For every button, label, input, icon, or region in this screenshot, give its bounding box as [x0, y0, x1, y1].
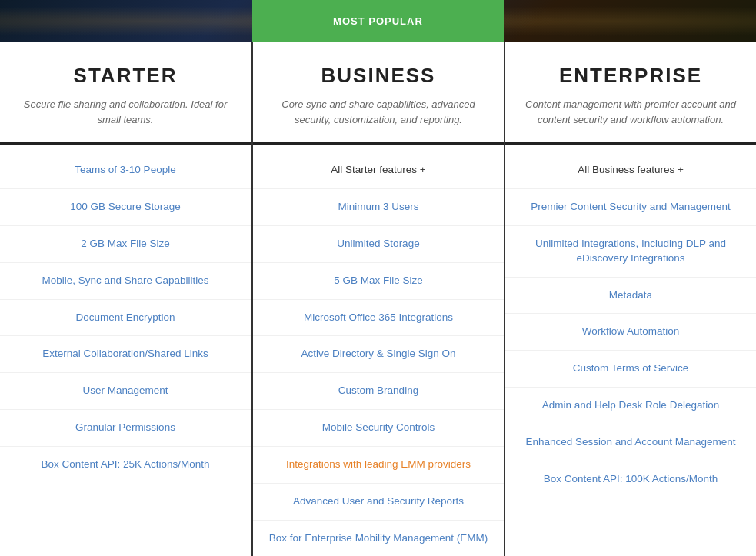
list-item: Metadata	[505, 278, 756, 315]
starter-plan: STARTER Secure file sharing and collabor…	[0, 42, 251, 556]
list-item: User Management	[0, 373, 251, 410]
starter-plan-description: Secure file sharing and collaboration. I…	[15, 97, 235, 127]
list-item: Mobile, Sync and Share Capabilities	[0, 263, 251, 300]
list-item: 2 GB Max File Size	[0, 226, 251, 263]
list-item: Integrations with leading EMM providers	[253, 447, 504, 484]
list-item: Microsoft Office 365 Integrations	[253, 300, 504, 337]
list-item: Box Content API: 25K Actions/Month	[0, 447, 251, 483]
list-item: Admin and Help Desk Role Delegation	[505, 388, 756, 424]
list-item: All Starter features +	[253, 152, 504, 189]
plus-icon: +	[678, 164, 684, 175]
business-plan: BUSINESS Core sync and share capabilitie…	[251, 42, 505, 556]
list-item: Mobile Security Controls	[253, 410, 504, 447]
pricing-table: STARTER Secure file sharing and collabor…	[0, 42, 756, 556]
list-item: External Collaboration/Shared Links	[0, 336, 251, 373]
enterprise-plan: ENTERPRISE Content management with premi…	[505, 42, 756, 556]
business-plan-description: Core sync and share capabilities, advanc…	[268, 97, 488, 127]
list-item: Premier Content Security and Management	[505, 189, 756, 226]
most-popular-badge: MOST POPULAR	[252, 0, 505, 42]
list-item: Unlimited Integrations, Including DLP an…	[505, 226, 756, 278]
list-item: Active Directory & Single Sign On	[253, 336, 504, 373]
hero-banner: MOST POPULAR	[0, 0, 756, 42]
enterprise-plan-description: Content management with premier account …	[521, 97, 741, 127]
starter-plan-name: STARTER	[15, 64, 235, 88]
list-item: Custom Branding	[253, 373, 504, 410]
list-item: Custom Terms of Service	[505, 351, 756, 388]
plus-icon: +	[420, 164, 426, 175]
list-item: All Business features +	[505, 152, 756, 189]
list-item: Advanced User and Security Reports	[253, 484, 504, 521]
enterprise-features: All Business features + Premier Content …	[505, 145, 756, 556]
enterprise-plan-name: ENTERPRISE	[521, 64, 741, 88]
business-plan-name: BUSINESS	[268, 64, 488, 88]
enterprise-header: ENTERPRISE Content management with premi…	[505, 42, 756, 145]
business-features: All Starter features + Minimum 3 Users U…	[253, 145, 504, 556]
business-header: BUSINESS Core sync and share capabilitie…	[253, 42, 504, 145]
list-item: Document Encryption	[0, 300, 251, 337]
list-item: Minimum 3 Users	[253, 189, 504, 226]
list-item: Unlimited Storage	[253, 226, 504, 263]
list-item: 5 GB Max File Size	[253, 263, 504, 300]
list-item: Workflow Automation	[505, 314, 756, 351]
list-item: Granular Permissions	[0, 410, 251, 447]
list-item: Enhanced Session and Account Management	[505, 424, 756, 461]
all-starter-label: All Starter features	[331, 164, 420, 175]
list-item: Box Content API: 100K Actions/Month	[505, 461, 756, 498]
starter-features: Teams of 3-10 People 100 GB Secure Stora…	[0, 145, 251, 556]
list-item: Teams of 3-10 People	[0, 152, 251, 189]
all-business-label: All Business features	[578, 164, 678, 175]
list-item: 100 GB Secure Storage	[0, 189, 251, 226]
list-item: Box for Enterprise Mobility Management (…	[253, 521, 504, 556]
starter-header: STARTER Secure file sharing and collabor…	[0, 42, 251, 145]
